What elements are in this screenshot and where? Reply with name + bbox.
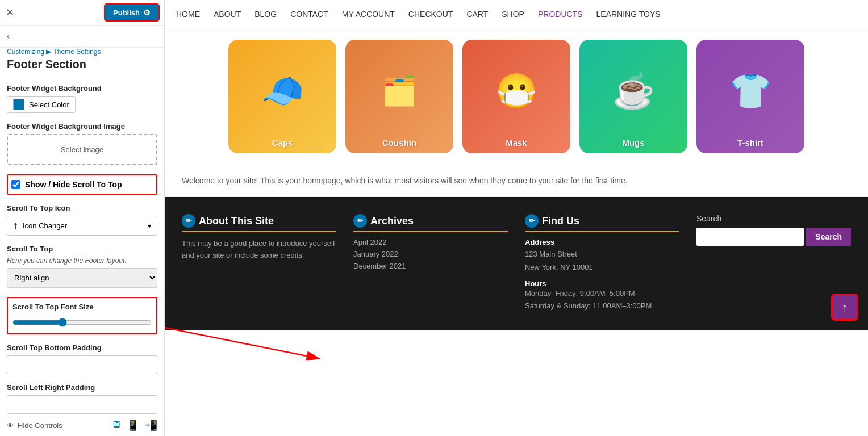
footer-search-button[interactable]: Search xyxy=(806,228,851,246)
scroll-top-bottom-padding-input[interactable] xyxy=(7,355,157,374)
address-line1: 123 Main Street xyxy=(525,249,679,261)
nav-item-products[interactable]: PRODUCTS xyxy=(538,10,583,19)
color-btn-label: Select Color xyxy=(29,100,69,109)
footer-about-col: ✏ About This Site This may be a good pla… xyxy=(182,214,336,313)
nav-item-home[interactable]: HOME xyxy=(176,10,200,19)
tshirt-label: T-shirt xyxy=(696,138,804,148)
mobile-icon[interactable]: 📲 xyxy=(145,419,157,431)
scroll-top-bottom-padding-label: Scroll Top Bottom Padding xyxy=(7,343,157,352)
coushin-label: Coushin xyxy=(345,138,453,148)
show-hide-scroll-top-label[interactable]: Show / Hide Scroll To Top xyxy=(25,180,122,189)
scroll-top-button[interactable]: ↑ xyxy=(833,295,857,319)
breadcrumb-separator: ▶ xyxy=(46,48,53,56)
edit-icon-archives: ✏ xyxy=(353,214,367,228)
footer-archives-col: ✏ Archives April 2022 January 2022 Decem… xyxy=(353,214,508,313)
archive-item-2[interactable]: January 2022 xyxy=(353,250,508,258)
nav-item-checkout[interactable]: CHECKOUT xyxy=(408,10,453,19)
breadcrumb-theme-settings[interactable]: Theme Settings xyxy=(53,48,101,56)
scroll-left-right-padding-input[interactable] xyxy=(7,395,157,414)
nav-item-about[interactable]: ABOUT xyxy=(214,10,241,19)
close-button[interactable]: ✕ xyxy=(6,6,14,19)
scroll-top-font-size-group: Scroll To Top Font Size xyxy=(7,297,157,334)
footer-find-us-heading: ✏ Find Us xyxy=(525,214,679,232)
hours-label: Hours xyxy=(525,279,679,288)
icon-changer-label: Icon Changer xyxy=(23,221,143,230)
caps-image: 🧢 xyxy=(261,71,304,111)
nav-item-contact[interactable]: CONTACT xyxy=(290,10,328,19)
product-row: 🧢 Caps 🗂️ Coushin 😷 Mask ☕ Mugs 👕 xyxy=(165,28,868,165)
top-bar: ✕ Publish ⚙ xyxy=(0,0,164,26)
chevron-down-icon: ▾ xyxy=(148,222,151,230)
footer-about-title: About This Site xyxy=(199,215,274,227)
archive-item-1[interactable]: April 2022 xyxy=(353,238,508,246)
scroll-to-top-group: Scroll To Top Here you can change the Fo… xyxy=(7,245,157,288)
scroll-left-right-padding-label: Scroll Left Right Padding xyxy=(7,383,157,392)
nav-item-shop[interactable]: SHOP xyxy=(502,10,524,19)
panel-content: Footer Widget Background Select Color Fo… xyxy=(0,77,164,414)
nav-item-cart[interactable]: CART xyxy=(466,10,488,19)
section-title: Footer Section xyxy=(0,57,164,77)
mugs-label: Mugs xyxy=(579,138,687,148)
color-swatch xyxy=(13,99,24,110)
icon-changer-row[interactable]: ↑ Icon Changer ▾ xyxy=(7,216,157,236)
footer-archives-heading: ✏ Archives xyxy=(353,214,508,232)
hours-line1: Monday–Friday: 9:00AM–5:00PM xyxy=(525,288,679,300)
footer-archives-list: April 2022 January 2022 December 2021 xyxy=(353,238,508,270)
nav-item-blog[interactable]: BLOG xyxy=(254,10,277,19)
site-nav: HOME ABOUT BLOG CONTACT MY ACCOUNT CHECK… xyxy=(165,0,868,28)
scroll-to-top-select[interactable]: Right align Left align Center xyxy=(7,268,157,288)
gear-icon: ⚙ xyxy=(143,8,151,17)
site-content: 🧢 Caps 🗂️ Coushin 😷 Mask ☕ Mugs 👕 xyxy=(165,28,868,436)
nav-item-myaccount[interactable]: MY ACCOUNT xyxy=(342,10,395,19)
footer-search-input[interactable] xyxy=(696,228,804,246)
scroll-top-bottom-padding-group: Scroll Top Bottom Padding xyxy=(7,343,157,374)
archive-item-3[interactable]: December 2021 xyxy=(353,262,508,270)
select-color-button[interactable]: Select Color xyxy=(7,96,76,113)
breadcrumb-customizing[interactable]: Customizing xyxy=(7,48,44,56)
scroll-to-top-label: Scroll To Top xyxy=(7,245,157,253)
footer-about-heading: ✏ About This Site xyxy=(182,214,336,232)
welcome-text: Welcome to your site! This is your homep… xyxy=(165,165,868,197)
select-image-button[interactable]: Select image xyxy=(7,134,157,165)
preview-panel: HOME ABOUT BLOG CONTACT MY ACCOUNT CHECK… xyxy=(165,0,868,436)
back-arrow-icon: ‹ xyxy=(7,31,10,41)
mugs-image: ☕ xyxy=(612,71,655,111)
nav-item-learning-toys[interactable]: LEARNING TOYS xyxy=(596,10,661,19)
tshirt-image: 👕 xyxy=(729,71,772,111)
caps-label: Caps xyxy=(228,138,336,148)
edit-icon-about: ✏ xyxy=(182,214,195,228)
search-label: Search xyxy=(696,214,851,223)
product-card-coushin[interactable]: 🗂️ Coushin xyxy=(345,40,453,153)
scroll-top-icon-group: Scroll To Top Icon ↑ Icon Changer ▾ xyxy=(7,204,157,236)
scroll-left-right-padding-group: Scroll Left Right Padding xyxy=(7,383,157,414)
hours-line2: Saturday & Sunday: 11:00AM–3:00PM xyxy=(525,300,679,312)
show-hide-scroll-top-group: Show / Hide Scroll To Top xyxy=(7,174,157,195)
device-icons: 🖥 📱 📲 xyxy=(111,419,157,431)
publish-button[interactable]: Publish ⚙ xyxy=(105,5,158,20)
product-card-tshirt[interactable]: 👕 T-shirt xyxy=(696,40,804,153)
font-size-slider[interactable] xyxy=(12,318,152,327)
hide-controls-button[interactable]: 👁 Hide Controls xyxy=(7,421,62,430)
coushin-image: 🗂️ xyxy=(382,74,417,107)
product-card-mask[interactable]: 😷 Mask xyxy=(462,40,570,153)
scroll-top-font-size-label: Scroll To Top Font Size xyxy=(12,303,152,311)
tablet-icon[interactable]: 📱 xyxy=(127,419,139,431)
breadcrumb: Customizing ▶ Theme Settings xyxy=(0,48,164,57)
address-line2: New York, NY 10001 xyxy=(525,262,679,274)
show-hide-scroll-top-row: Show / Hide Scroll To Top xyxy=(7,174,157,195)
arrow-up-icon: ↑ xyxy=(13,220,18,232)
back-button[interactable]: ‹ xyxy=(0,26,164,48)
eye-icon: 👁 xyxy=(7,421,14,430)
edit-icon-find-us: ✏ xyxy=(525,214,539,228)
product-card-mugs[interactable]: ☕ Mugs xyxy=(579,40,687,153)
product-card-caps[interactable]: 🧢 Caps xyxy=(228,40,336,153)
footer-bg-image-label: Footer Widget Background Image xyxy=(7,122,157,131)
site-footer: ✏ About This Site This may be a good pla… xyxy=(165,197,868,330)
scroll-to-top-note: Here you can change the Footer layout. xyxy=(7,257,157,265)
desktop-icon[interactable]: 🖥 xyxy=(111,419,121,431)
publish-label: Publish xyxy=(113,9,140,17)
panel-footer: 👁 Hide Controls 🖥 📱 📲 xyxy=(0,414,164,436)
show-hide-scroll-top-checkbox[interactable] xyxy=(11,180,20,189)
footer-about-text: This may be a good place to introduce yo… xyxy=(182,238,336,262)
address-label: Address xyxy=(525,238,679,246)
